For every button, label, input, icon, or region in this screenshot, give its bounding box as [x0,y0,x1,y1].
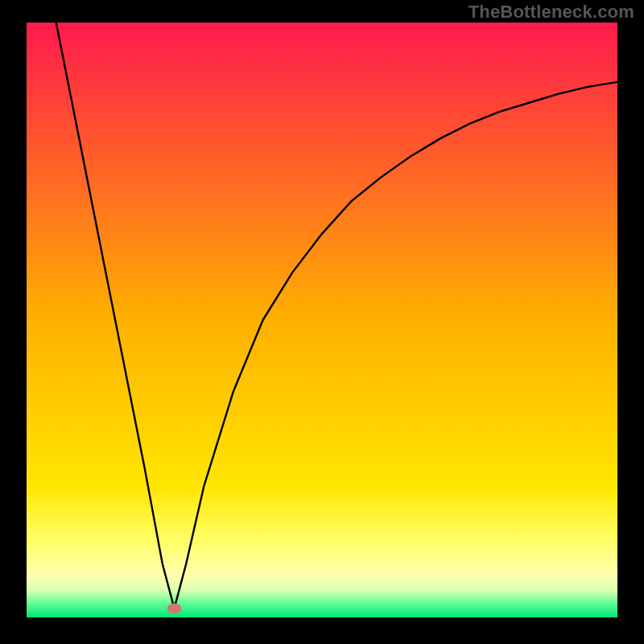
watermark-text: TheBottleneck.com [469,2,634,23]
min-marker [167,603,182,613]
chart-stage: TheBottleneck.com [0,0,644,644]
chart-svg [0,0,644,644]
